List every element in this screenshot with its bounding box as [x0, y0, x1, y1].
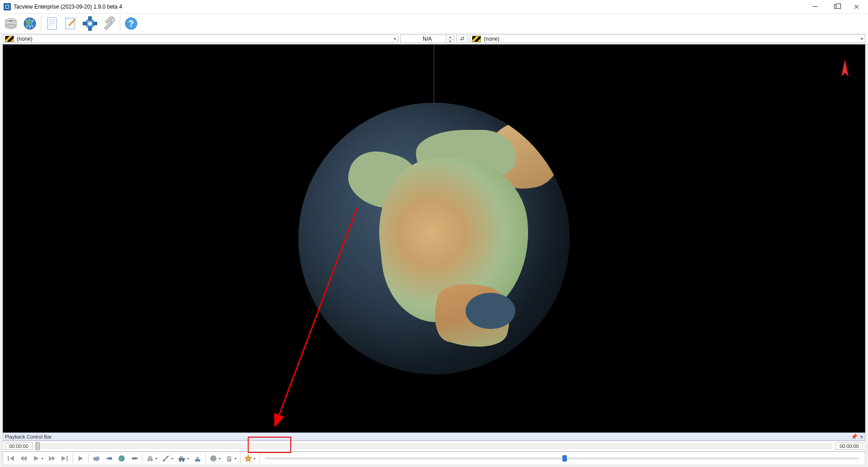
svg-marker-35: [105, 457, 113, 460]
3d-viewport[interactable]: [3, 44, 865, 433]
timeline-track[interactable]: [35, 443, 833, 449]
missile-filter-button[interactable]: [128, 453, 140, 464]
timeline-thumb[interactable]: [35, 442, 40, 450]
drive-icon: [4, 16, 18, 31]
terrain-globe-icon: [209, 454, 217, 462]
edit-icon: [64, 16, 78, 31]
playback-bar-title: Playback Control Bar 📌 ×: [3, 433, 865, 441]
missile-icon: [130, 454, 138, 462]
terrain-button[interactable]: ▾: [208, 453, 222, 464]
relation-label: N/A: [423, 36, 432, 42]
play-button[interactable]: ▾: [30, 453, 45, 464]
speed-slider-thumb[interactable]: [562, 455, 567, 462]
open-local-button[interactable]: [2, 14, 20, 33]
runway-filter-button[interactable]: ▾: [144, 453, 159, 464]
svg-marker-39: [137, 457, 138, 460]
svg-point-51: [212, 457, 216, 461]
chevron-down-icon: ▾: [394, 36, 396, 41]
svg-point-3: [9, 20, 13, 22]
hazard-icon: [5, 36, 14, 42]
window-buttons: [805, 0, 867, 14]
close-button[interactable]: [846, 0, 867, 14]
step-end-button[interactable]: [59, 453, 71, 464]
help-button[interactable]: ?: [122, 14, 140, 33]
svg-point-2: [5, 24, 16, 29]
playback-close-icon[interactable]: ×: [860, 434, 863, 439]
svg-marker-23: [10, 456, 14, 461]
svg-marker-25: [24, 456, 27, 461]
swap-objects-button[interactable]: ⇄: [456, 34, 468, 43]
tools-button[interactable]: [100, 14, 118, 33]
svg-rect-22: [8, 456, 9, 461]
maximize-button[interactable]: [826, 0, 846, 14]
weapon-filter-button[interactable]: ▾: [160, 453, 175, 464]
relation-selector[interactable]: N/A ▴▾: [400, 34, 454, 43]
svg-rect-17: [94, 23, 97, 24]
relation-dropdown-icon: ▴▾: [446, 35, 454, 43]
svg-rect-54: [230, 457, 231, 458]
globe-filter-button[interactable]: [116, 453, 127, 464]
svg-text:?: ?: [128, 19, 134, 29]
edit-button[interactable]: [62, 14, 80, 33]
svg-rect-38: [132, 457, 137, 460]
svg-marker-21: [841, 59, 849, 76]
svg-marker-31: [79, 456, 83, 461]
svg-line-42: [163, 456, 168, 461]
building-icon: [225, 454, 233, 462]
app-icon: [4, 3, 11, 10]
fast-forward-button[interactable]: [46, 453, 58, 464]
svg-marker-28: [52, 456, 55, 461]
report-button[interactable]: [43, 14, 61, 33]
cloud-filter-button[interactable]: [90, 453, 102, 464]
globe-icon: [23, 16, 37, 31]
time-start-box[interactable]: 00:00:00: [5, 443, 33, 450]
svg-rect-49: [197, 457, 199, 460]
svg-point-5: [26, 20, 31, 25]
settings-button[interactable]: [81, 14, 99, 33]
globe: [298, 103, 570, 374]
svg-rect-14: [89, 17, 91, 19]
swap-icon: ⇄: [460, 36, 464, 42]
svg-marker-24: [20, 456, 24, 461]
svg-rect-15: [89, 28, 91, 30]
compass-north-icon: [839, 58, 851, 81]
ship-filter-button[interactable]: [192, 453, 203, 464]
speed-slider[interactable]: [265, 457, 859, 459]
hazard-icon: [472, 36, 481, 42]
svg-marker-48: [194, 459, 201, 462]
vehicle-icon: [178, 454, 186, 462]
toolbar-separator: [120, 16, 120, 31]
playback-toolbar: ▾ ▾ ▾ ▾ ▾ ▾: [3, 452, 865, 465]
svg-rect-55: [228, 459, 229, 460]
sword-icon: [162, 454, 170, 462]
svg-point-33: [93, 457, 96, 460]
pin-icon[interactable]: 📌: [851, 434, 858, 440]
jet-icon: [105, 454, 113, 462]
aircraft-filter-button[interactable]: [103, 453, 115, 464]
minimize-button[interactable]: [805, 0, 826, 14]
star-icon: [244, 454, 252, 462]
main-toolbar: ?: [0, 14, 868, 33]
time-end-box[interactable]: 00:00:00: [835, 443, 863, 450]
svg-marker-26: [34, 456, 39, 461]
secondary-object-selector[interactable]: (none) ▾: [470, 34, 865, 43]
ship-icon: [193, 454, 202, 462]
svg-point-37: [120, 457, 123, 461]
playback-bar-label: Playback Control Bar: [5, 434, 52, 439]
runway-icon: [146, 454, 154, 462]
building-filter-button[interactable]: ▾: [223, 453, 238, 464]
record-play-button[interactable]: [75, 453, 86, 464]
object-selector-bar: (none) ▾ N/A ▴▾ ⇄ (none) ▾: [0, 33, 868, 44]
window-title: Tacview Enterprise (2023-09-20) 1.9.0 be…: [14, 4, 122, 10]
svg-marker-27: [49, 456, 52, 461]
rewind-button[interactable]: [18, 453, 29, 464]
open-online-button[interactable]: [21, 14, 39, 33]
primary-object-selector[interactable]: (none) ▾: [3, 34, 398, 43]
svg-point-47: [183, 460, 184, 462]
secondary-object-label: (none): [484, 36, 858, 42]
vehicle-filter-button[interactable]: ▾: [176, 453, 191, 464]
step-start-button[interactable]: [5, 453, 17, 464]
globe-small-icon: [118, 454, 126, 462]
favorite-button[interactable]: ▾: [242, 453, 257, 464]
svg-point-13: [88, 22, 92, 25]
